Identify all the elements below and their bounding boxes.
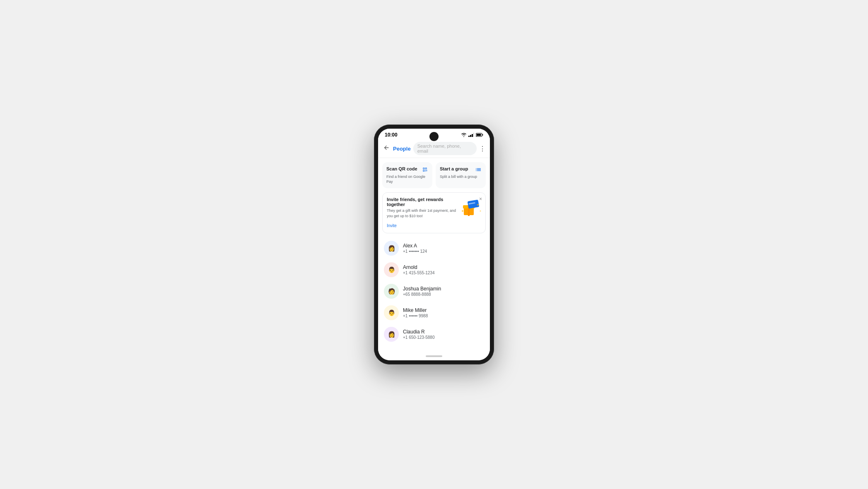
contact-item-joshua-benjamin[interactable]: 🧑 Joshua Benjamin +65 8888-8888 xyxy=(382,280,486,302)
svg-rect-1 xyxy=(470,135,471,137)
list-icon xyxy=(475,166,482,173)
contact-phone-arnold: +1 415-555-1234 xyxy=(403,271,484,275)
contact-phone-alex-a: +1 ••••••• 124 xyxy=(403,249,484,254)
svg-rect-3 xyxy=(473,133,474,137)
contact-info-joshua-benjamin: Joshua Benjamin +65 8888-8888 xyxy=(403,286,484,297)
svg-point-13 xyxy=(477,204,479,206)
nav-bar: People Search name, phone, email ⋮ xyxy=(378,139,490,158)
invite-illustration xyxy=(461,199,481,219)
battery-icon xyxy=(476,133,483,137)
contact-name-mike-miller: Mike Miller xyxy=(403,307,484,313)
invite-subtitle: They get a gift with their 1st payment, … xyxy=(387,208,457,218)
svg-rect-0 xyxy=(468,136,470,137)
contact-item-claudia-r[interactable]: 👩 Claudia R +1 650-123-5880 xyxy=(382,324,486,345)
contact-phone-claudia-r: +1 650-123-5880 xyxy=(403,335,484,340)
contact-item-mike-miller[interactable]: 👨 Mike Miller +1 •••••• 9988 xyxy=(382,302,486,324)
avatar-joshua-benjamin: 🧑 xyxy=(384,284,399,299)
svg-rect-2 xyxy=(472,134,473,137)
scan-qr-subtitle: Find a friend on Google Pay xyxy=(386,175,428,184)
contact-phone-joshua-benjamin: +65 8888-8888 xyxy=(403,292,484,297)
contact-info-alex-a: Alex A +1 ••••••• 124 xyxy=(403,243,484,254)
contact-info-mike-miller: Mike Miller +1 •••••• 9988 xyxy=(403,307,484,318)
status-icons xyxy=(461,133,483,137)
bottom-bar xyxy=(378,352,490,360)
people-label: People xyxy=(393,146,411,152)
svg-point-14 xyxy=(480,211,481,212)
phone-screen: 10:00 xyxy=(378,129,490,360)
invite-cta-link[interactable]: Invite xyxy=(387,223,397,228)
qr-icon xyxy=(422,166,428,173)
start-group-header: Start a group xyxy=(440,166,482,173)
contact-info-arnold: Arnold +1 415-555-1234 xyxy=(403,264,484,275)
invite-close-button[interactable]: × xyxy=(479,196,482,202)
start-group-card[interactable]: Start a group Split a bill with a group xyxy=(436,162,486,188)
status-time: 10:00 xyxy=(385,132,398,138)
scan-qr-header: Scan QR code xyxy=(386,166,428,173)
svg-rect-5 xyxy=(482,134,483,136)
more-icon[interactable]: ⋮ xyxy=(479,145,486,153)
phone-device: 10:00 xyxy=(374,125,494,364)
wifi-icon xyxy=(461,133,467,137)
contact-info-claudia-r: Claudia R +1 650-123-5880 xyxy=(403,329,484,340)
contact-item-arnold[interactable]: 👨 Arnold +1 415-555-1234 xyxy=(382,259,486,280)
action-cards: Scan QR code Find a friend on Google Pay… xyxy=(382,162,486,188)
search-input[interactable]: Search name, phone, email xyxy=(413,142,477,155)
invite-title: Invite friends, get rewards together xyxy=(387,197,457,207)
contact-name-alex-a: Alex A xyxy=(403,243,484,249)
contact-item-alex-a[interactable]: 👩 Alex A +1 ••••••• 124 xyxy=(382,237,486,259)
home-indicator xyxy=(426,355,442,357)
svg-point-12 xyxy=(462,210,463,212)
camera-dot xyxy=(429,132,439,141)
invite-banner: Invite friends, get rewards together The… xyxy=(382,192,486,233)
contact-phone-mike-miller: +1 •••••• 9988 xyxy=(403,314,484,318)
content-area: Scan QR code Find a friend on Google Pay… xyxy=(378,158,490,352)
avatar-claudia-r: 👩 xyxy=(384,327,399,342)
contact-name-arnold: Arnold xyxy=(403,264,484,270)
signal-icon xyxy=(468,133,474,137)
contact-name-joshua-benjamin: Joshua Benjamin xyxy=(403,286,484,292)
svg-rect-6 xyxy=(477,134,481,136)
invite-text-area: Invite friends, get rewards together The… xyxy=(387,197,457,228)
back-button[interactable] xyxy=(382,144,391,153)
start-group-subtitle: Split a bill with a group xyxy=(440,175,482,180)
avatar-alex-a: 👩 xyxy=(384,241,399,256)
avatar-arnold: 👨 xyxy=(384,262,399,277)
scan-qr-card[interactable]: Scan QR code Find a friend on Google Pay xyxy=(382,162,432,188)
contact-name-claudia-r: Claudia R xyxy=(403,329,484,335)
scan-qr-title: Scan QR code xyxy=(386,166,417,171)
start-group-title: Start a group xyxy=(440,166,468,171)
contact-list: 👩 Alex A +1 ••••••• 124 👨 Arnold +1 415-… xyxy=(382,237,486,345)
avatar-mike-miller: 👨 xyxy=(384,305,399,320)
